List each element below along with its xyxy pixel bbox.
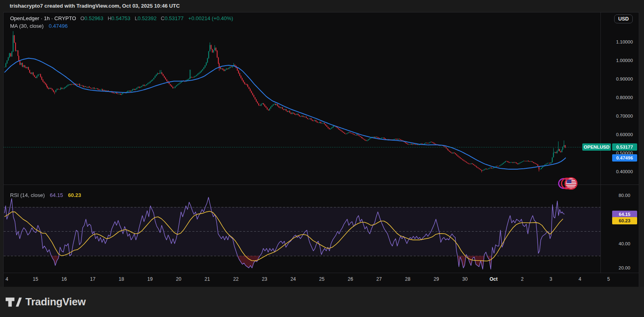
rsi-legend: RSI (14, close) 64.15 60.23: [10, 191, 81, 199]
time-tick: 18: [119, 276, 124, 282]
price-tick: 0.40000: [601, 169, 639, 174]
rsi-tick: 40.00: [601, 241, 639, 246]
tradingview-mark-icon: [6, 297, 22, 307]
pane-divider[interactable]: [4, 184, 639, 185]
high-value: 0.54753: [111, 15, 130, 21]
chart-panel: OpenLedger · 1h · CRYPTO O0.52963 H0.547…: [3, 12, 639, 287]
time-tick: 22: [233, 276, 238, 282]
footer: TradingView: [0, 287, 644, 317]
time-tick: 4: [6, 276, 8, 282]
time-tick: 24: [290, 276, 296, 282]
last-price-label: 0.53177: [612, 143, 637, 151]
time-tick: 23: [262, 276, 267, 282]
open-label: O: [80, 15, 84, 21]
time-tick: 5: [607, 276, 610, 282]
time-tick: 19: [147, 276, 152, 282]
time-scale[interactable]: 415161718192021222324252627282930Oct2345: [4, 273, 639, 287]
attribution-text: trishacrypto7 created with TradingView.c…: [10, 0, 180, 12]
ma-legend-title[interactable]: MA (30, close): [10, 23, 44, 29]
price-tick: 0.70000: [601, 114, 639, 118]
time-tick: 28: [405, 276, 410, 282]
time-tick: 21: [204, 276, 210, 282]
tradingview-logo[interactable]: TradingView: [6, 296, 85, 308]
time-tick: 29: [434, 276, 439, 282]
time-tick: Oct: [490, 276, 498, 282]
high-label: H: [108, 15, 111, 21]
ma-legend-row: MA (30, close) 0.47496: [10, 22, 233, 30]
time-tick: 3: [550, 276, 552, 282]
price-scale[interactable]: 1.100001.000000.900000.800000.700000.600…: [600, 12, 639, 273]
change-value: +0.00214 (+0.40%): [188, 15, 233, 21]
chart-canvas[interactable]: [4, 12, 600, 273]
rsi-ma-legend-value: 60.23: [68, 192, 81, 198]
time-tick: 27: [376, 276, 381, 282]
rsi-tick: 80.00: [601, 193, 639, 198]
time-tick: 15: [33, 276, 38, 282]
rsi-legend-value: 64.15: [50, 192, 63, 198]
currency-usd-button[interactable]: USD: [614, 15, 633, 23]
symbol-legend-row: OpenLedger · 1h · CRYPTO O0.52963 H0.547…: [10, 15, 233, 22]
close-value: 0.53177: [165, 15, 183, 21]
rsi-ma-value-label: 60.23: [612, 217, 637, 224]
time-tick: 26: [348, 276, 353, 282]
low-value: 0.52392: [138, 15, 156, 21]
rsi-tick: 20.00: [601, 265, 639, 270]
open-value: 0.52963: [84, 15, 103, 21]
time-tick: 25: [319, 276, 324, 282]
us-flag-icon: [565, 177, 577, 190]
attribution-bar: trishacrypto7 created with TradingView.c…: [0, 0, 644, 12]
close-label: C: [161, 15, 165, 21]
time-tick: 2: [521, 276, 524, 282]
symbol-pair-flag-icon: [558, 177, 577, 189]
price-tick: 1.00000: [601, 58, 639, 63]
main-legend: OpenLedger · 1h · CRYPTO O0.52963 H0.547…: [10, 15, 233, 30]
time-tick: 17: [90, 276, 95, 282]
page: trishacrypto7 created with TradingView.c…: [0, 0, 644, 317]
time-tick: 30: [462, 276, 467, 282]
last-price-symbol-tag: OPENLUSD: [582, 143, 611, 151]
price-tick: 0.60000: [601, 132, 639, 137]
time-tick: 16: [61, 276, 67, 282]
price-tick: 1.10000: [601, 39, 639, 44]
symbol-title[interactable]: OpenLedger · 1h · CRYPTO: [10, 15, 76, 21]
time-tick: 4: [579, 276, 581, 282]
time-tick: 20: [176, 276, 181, 282]
tradingview-wordmark: TradingView: [25, 296, 85, 308]
price-tick: 0.80000: [601, 95, 639, 100]
ma-price-label: 0.47496: [612, 154, 637, 162]
ma-legend-value: 0.47496: [49, 23, 68, 29]
price-tick: 0.90000: [601, 77, 639, 81]
rsi-legend-title[interactable]: RSI (14, close): [10, 192, 45, 198]
